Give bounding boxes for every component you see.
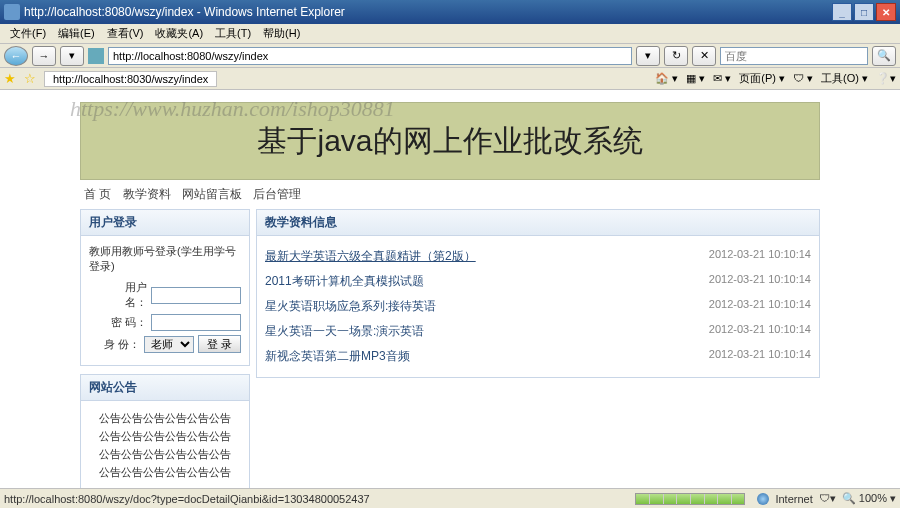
window-titlebar: http://localhost:8080/wszy/index - Windo… [0, 0, 900, 24]
menu-edit[interactable]: 编辑(E) [52, 26, 101, 41]
close-button[interactable]: ✕ [876, 3, 896, 21]
nav-materials[interactable]: 教学资料 [123, 187, 171, 201]
password-label: 密 码： [109, 315, 147, 330]
login-button[interactable]: 登 录 [198, 335, 241, 353]
role-select[interactable]: 老师 [144, 336, 194, 353]
tools-menu[interactable]: 工具(O) ▾ [821, 71, 868, 86]
progress-bar [635, 493, 745, 505]
feeds-icon[interactable]: ▦ ▾ [686, 72, 705, 85]
news-date: 2012-03-21 10:10:14 [709, 248, 811, 265]
news-header: 教学资料信息 [257, 210, 819, 236]
news-link[interactable]: 星火英语一天一场景:演示英语 [265, 323, 424, 340]
protected-mode-icon[interactable]: 🛡▾ [819, 492, 836, 505]
username-input[interactable] [151, 287, 241, 304]
back-button[interactable]: ← [4, 46, 28, 66]
menu-view[interactable]: 查看(V) [101, 26, 150, 41]
login-box: 用户登录 教师用教师号登录(学生用学号登录) 用户名： 密 码： 身 份 [80, 209, 250, 366]
banner-title: 基于java的网上作业批改系统 [257, 121, 642, 162]
password-input[interactable] [151, 314, 241, 331]
forward-button[interactable]: → [32, 46, 56, 66]
maximize-button[interactable]: □ [854, 3, 874, 21]
zone-label: Internet [775, 493, 812, 505]
page-menu[interactable]: 页面(P) ▾ [739, 71, 785, 86]
announcement-line: 公告公告公告公告公告公告 [89, 463, 241, 481]
internet-zone-icon [757, 493, 769, 505]
announcement-line: 公告公告公告公告公告公告 [89, 427, 241, 445]
site-banner: 基于java的网上作业批改系统 [80, 102, 820, 180]
help-icon[interactable]: ❔▾ [876, 72, 896, 85]
search-input[interactable] [720, 47, 868, 65]
news-link[interactable]: 2011考研计算机全真模拟试题 [265, 273, 424, 290]
nav-home[interactable]: 首 页 [84, 187, 111, 201]
news-link[interactable]: 新视念英语第二册MP3音频 [265, 348, 410, 365]
menu-tools[interactable]: 工具(T) [209, 26, 257, 41]
nav-toolbar: ← → ▾ ▾ ↻ ✕ 🔍 [0, 44, 900, 68]
news-link[interactable]: 最新大学英语六级全真题精讲（第2版） [265, 248, 476, 265]
news-date: 2012-03-21 10:10:14 [709, 348, 811, 365]
menu-bar: 文件(F) 编辑(E) 查看(V) 收藏夹(A) 工具(T) 帮助(H) [0, 24, 900, 44]
mail-icon[interactable]: ✉ ▾ [713, 72, 731, 85]
status-text: http://localhost:8080/wszy/doc?type=docD… [4, 493, 370, 505]
role-label: 身 份： [102, 337, 140, 352]
menu-help[interactable]: 帮助(H) [257, 26, 306, 41]
announcement-line: 公告公告公告公告公告公告 [89, 445, 241, 463]
news-item: 最新大学英语六级全真题精讲（第2版）2012-03-21 10:10:14 [265, 244, 811, 269]
announcement-line: 公告公告公告公告公告公告 [89, 409, 241, 427]
news-item: 新视念英语第二册MP3音频2012-03-21 10:10:14 [265, 344, 811, 369]
news-link[interactable]: 星火英语职场应急系列:接待英语 [265, 298, 436, 315]
browser-viewport: https://www.huzhan.com/ishop30881 基于java… [0, 90, 900, 488]
announcements-box: 网站公告 公告公告公告公告公告公告 公告公告公告公告公告公告 公告公告公告公告公… [80, 374, 250, 488]
news-box: 教学资料信息 最新大学英语六级全真题精讲（第2版）2012-03-21 10:1… [256, 209, 820, 378]
add-favorite-icon[interactable]: ☆ [24, 71, 36, 86]
menu-file[interactable]: 文件(F) [4, 26, 52, 41]
address-input[interactable] [108, 47, 632, 65]
go-button[interactable]: ▾ [636, 46, 660, 66]
news-item: 星火英语职场应急系列:接待英语2012-03-21 10:10:14 [265, 294, 811, 319]
refresh-button[interactable]: ↻ [664, 46, 688, 66]
site-nav: 首 页 教学资料 网站留言板 后台管理 [80, 180, 820, 209]
favorites-star-icon[interactable]: ★ [4, 71, 16, 86]
nav-admin[interactable]: 后台管理 [253, 187, 301, 201]
nav-board[interactable]: 网站留言板 [182, 187, 242, 201]
news-date: 2012-03-21 10:10:14 [709, 323, 811, 340]
announcements-header: 网站公告 [81, 375, 249, 401]
username-label: 用户名： [109, 280, 147, 310]
status-bar: http://localhost:8080/wszy/doc?type=docD… [0, 488, 900, 508]
news-date: 2012-03-21 10:10:14 [709, 273, 811, 290]
favorites-bar: ★ ☆ http://localhost:8030/wszy/index 🏠 ▾… [0, 68, 900, 90]
minimize-button[interactable]: _ [832, 3, 852, 21]
menu-favorites[interactable]: 收藏夹(A) [149, 26, 209, 41]
home-icon[interactable]: 🏠 ▾ [655, 72, 678, 85]
ie-icon [4, 4, 20, 20]
news-date: 2012-03-21 10:10:14 [709, 298, 811, 315]
stop-button[interactable]: ✕ [692, 46, 716, 66]
tab-label[interactable]: http://localhost:8030/wszy/index [44, 71, 217, 87]
news-list: 最新大学英语六级全真题精讲（第2版）2012-03-21 10:10:14201… [257, 236, 819, 377]
dropdown-button[interactable]: ▾ [60, 46, 84, 66]
login-hint: 教师用教师号登录(学生用学号登录) [89, 244, 241, 274]
window-title: http://localhost:8080/wszy/index - Windo… [24, 5, 345, 19]
news-item: 星火英语一天一场景:演示英语2012-03-21 10:10:14 [265, 319, 811, 344]
safety-menu[interactable]: 🛡 ▾ [793, 72, 813, 85]
zoom-label[interactable]: 🔍 100% ▾ [842, 492, 896, 505]
news-item: 2011考研计算机全真模拟试题2012-03-21 10:10:14 [265, 269, 811, 294]
login-header: 用户登录 [81, 210, 249, 236]
announcements-body: 公告公告公告公告公告公告 公告公告公告公告公告公告 公告公告公告公告公告公告 公… [81, 401, 249, 488]
page-icon [88, 48, 104, 64]
search-button[interactable]: 🔍 [872, 46, 896, 66]
